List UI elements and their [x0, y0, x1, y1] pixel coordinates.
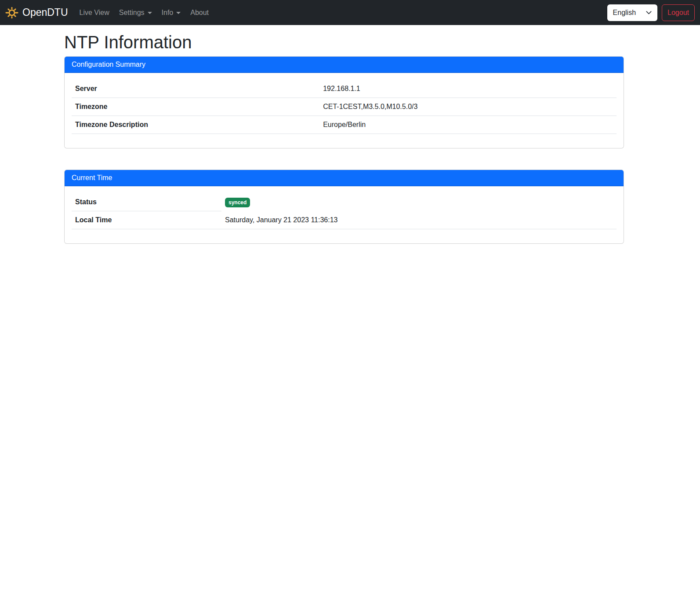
table-row: Status synced [72, 193, 617, 211]
table-row: Timezone Description Europe/Berlin [72, 116, 617, 134]
configuration-summary-card-body: Server 192.168.1.1 Timezone CET-1CEST,M3… [65, 73, 624, 148]
nav-item-label: Live View [80, 9, 109, 16]
table-row: Server 192.168.1.1 [72, 80, 617, 98]
row-value-status: synced [221, 193, 617, 211]
configuration-summary-card: Configuration Summary Server 192.168.1.1… [64, 56, 624, 148]
configuration-summary-card-header: Configuration Summary [65, 57, 624, 73]
row-value-timezone-description: Europe/Berlin [319, 116, 617, 134]
nav-item-label: About [190, 9, 209, 16]
nav-item-about[interactable]: About [187, 5, 212, 20]
table-row: Timezone CET-1CEST,M3.5.0,M10.5.0/3 [72, 98, 617, 116]
table-row: Local Time Saturday, January 21 2023 11:… [72, 211, 617, 229]
current-time-card-header: Current Time [65, 170, 624, 186]
current-time-card: Current Time Status synced Local Time Sa… [64, 170, 624, 244]
row-value-timezone: CET-1CEST,M3.5.0,M10.5.0/3 [319, 98, 617, 116]
status-badge: synced [225, 198, 250, 207]
configuration-summary-table: Server 192.168.1.1 Timezone CET-1CEST,M3… [72, 80, 617, 134]
main-content: NTP Information Configuration Summary Se… [64, 25, 624, 244]
nav-item-label: Info [162, 9, 174, 16]
language-select[interactable]: English [607, 4, 657, 21]
navbar-brand-label: OpenDTU [22, 7, 68, 18]
row-label-status: Status [72, 193, 221, 211]
nav-item-label: Settings [119, 9, 145, 16]
row-label-server: Server [72, 80, 319, 98]
page-title: NTP Information [64, 32, 624, 53]
current-time-table: Status synced Local Time Saturday, Janua… [72, 193, 617, 229]
chevron-down-icon [646, 9, 652, 16]
row-value-server: 192.168.1.1 [319, 80, 617, 98]
row-label-local-time: Local Time [72, 211, 221, 229]
navbar-links: Live View Settings Info About [76, 5, 215, 20]
nav-item-info[interactable]: Info [158, 5, 185, 20]
row-value-local-time: Saturday, January 21 2023 11:36:13 [221, 211, 617, 229]
row-label-timezone: Timezone [72, 98, 319, 116]
navbar-brand[interactable]: OpenDTU [5, 6, 68, 19]
sun-logo-icon [5, 6, 18, 19]
nav-item-settings[interactable]: Settings [116, 5, 156, 20]
nav-item-live-view[interactable]: Live View [76, 5, 113, 20]
navbar: OpenDTU Live View Settings Info About En… [0, 0, 700, 25]
current-time-card-body: Status synced Local Time Saturday, Janua… [65, 186, 624, 243]
row-label-timezone-description: Timezone Description [72, 116, 319, 134]
chevron-down-icon [148, 12, 152, 14]
logout-button[interactable]: Logout [662, 4, 695, 21]
language-select-value: English [613, 9, 636, 17]
chevron-down-icon [176, 12, 181, 14]
